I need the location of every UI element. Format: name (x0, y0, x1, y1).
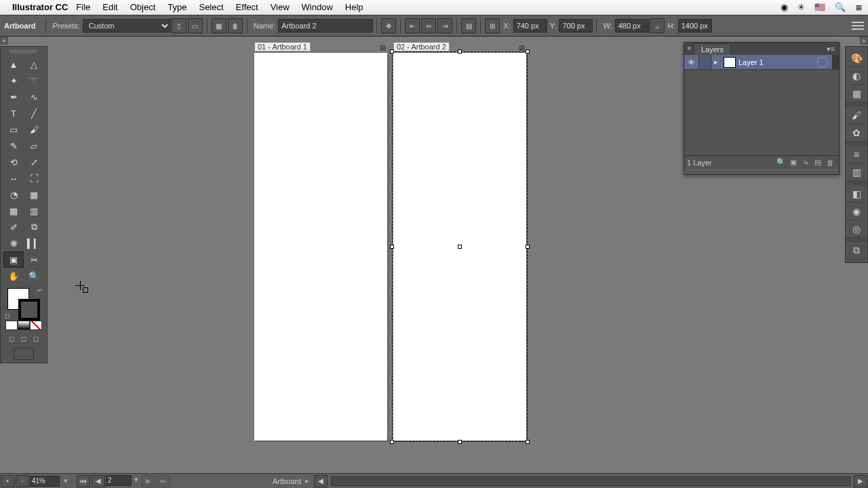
artboard-2-label[interactable]: 02 - Artboard 2 (393, 42, 450, 52)
artboard-1-close-icon[interactable]: ⊠ (380, 43, 386, 52)
artboard-name-input[interactable] (278, 19, 373, 33)
cc-icon[interactable]: ◉ (781, 2, 788, 12)
layer-selection-column[interactable] (832, 55, 839, 69)
horizontal-scrollbar[interactable] (331, 476, 850, 486)
appearance-panel-icon[interactable]: ◉ (847, 203, 866, 220)
control-panel-menu-icon[interactable] (852, 22, 864, 30)
fill-stroke-control[interactable]: ⤺ ◻ (5, 287, 43, 319)
menu-help[interactable]: Help (345, 2, 363, 12)
w-input[interactable] (615, 19, 649, 33)
gradient-panel-icon[interactable]: ▥ (847, 163, 866, 181)
zoom-tool[interactable]: 🔍 (24, 268, 44, 284)
flag-icon[interactable]: 🇺🇸 (814, 2, 825, 12)
eyedropper-tool[interactable]: ✐ (3, 219, 24, 235)
artboard-1-label[interactable]: 01 - Artboard 1 (254, 42, 311, 52)
line-tool[interactable]: ╱ (24, 105, 44, 121)
artboard-2-close-icon[interactable]: ⊠ (519, 43, 525, 52)
layers-tab[interactable]: Layers (694, 43, 731, 55)
next-artboard-button[interactable]: ▶ (142, 475, 155, 487)
blend-tool[interactable]: ⧉ (24, 219, 44, 235)
paintbrush-tool[interactable]: 🖌 (24, 121, 44, 138)
swap-fill-stroke-icon[interactable]: ⤺ (37, 287, 43, 294)
status-dropdown-icon[interactable]: ▸ (305, 476, 309, 485)
last-artboard-button[interactable]: ⏭ (157, 475, 170, 487)
new-layer-icon[interactable]: ▤ (812, 158, 824, 167)
stroke-color[interactable] (18, 299, 40, 321)
menu-view[interactable]: View (271, 2, 290, 12)
magic-wand-tool[interactable]: ✦ (3, 73, 24, 89)
align-right-button[interactable]: ⇥ (437, 18, 452, 33)
collapse-left-icon[interactable]: « (0, 37, 8, 45)
default-fill-stroke-icon[interactable]: ◻ (5, 312, 9, 319)
prev-artboard-button[interactable]: ◀ (92, 475, 105, 487)
zoom-input[interactable] (30, 476, 60, 487)
type-tool[interactable]: T (3, 105, 24, 121)
sync-icon[interactable]: ✳ (797, 2, 805, 12)
x-input[interactable] (513, 19, 547, 33)
artboard-options-button[interactable]: ▤ (461, 18, 476, 33)
menu-select[interactable]: Select (199, 2, 223, 12)
swatches-panel-icon[interactable]: ▦ (847, 85, 866, 102)
status-icon[interactable]: ▫ (16, 475, 29, 487)
orientation-portrait-button[interactable]: ▯ (172, 18, 186, 33)
curvature-tool[interactable]: ∿ (24, 89, 44, 105)
column-graph-tool[interactable]: ▍▎ (24, 235, 44, 251)
constrain-proportions-button[interactable]: ⏛ (650, 18, 665, 33)
first-artboard-button[interactable]: ⏮ (77, 475, 90, 487)
symbol-sprayer-tool[interactable]: ❋ (3, 235, 24, 251)
create-sublayer-icon[interactable]: ↳ (800, 158, 812, 167)
rectangle-tool[interactable]: ▭ (3, 121, 24, 138)
layer-name[interactable]: Layer 1 (738, 58, 817, 66)
selection-tool[interactable]: ▲ (3, 56, 24, 73)
artboard-1[interactable]: 01 - Artboard 1 ⊠ (254, 53, 387, 441)
color-mode-gradient[interactable] (18, 321, 30, 330)
h-input[interactable] (678, 19, 712, 33)
hand-tool[interactable]: ✋ (3, 268, 24, 284)
artboard-nav-dropdown-icon[interactable]: ▾ (134, 475, 138, 487)
color-panel-icon[interactable]: 🎨 (847, 49, 866, 67)
artboards-panel-icon[interactable]: ⧉ (847, 242, 866, 260)
color-mode-solid[interactable] (5, 321, 18, 330)
layer-visibility-icon[interactable]: 👁 (684, 55, 699, 69)
y-input[interactable] (559, 19, 593, 33)
artboard-2[interactable]: 02 - Artboard 2 ⊠ (393, 53, 526, 441)
menu-effect[interactable]: Effect (236, 2, 258, 12)
brushes-panel-icon[interactable]: 🖌 (847, 106, 866, 124)
make-clipping-mask-icon[interactable]: ▣ (787, 158, 800, 167)
orientation-landscape-button[interactable]: ▭ (188, 18, 203, 33)
delete-layer-icon[interactable]: 🗑 (824, 159, 836, 167)
menu-object[interactable]: Object (130, 2, 156, 12)
menu-list-icon[interactable]: ≣ (855, 2, 863, 12)
gradient-tool[interactable]: ▥ (24, 203, 44, 219)
color-mode-none[interactable] (30, 321, 42, 330)
draw-normal-icon[interactable]: ◻ (5, 333, 18, 344)
menu-file[interactable]: File (76, 2, 90, 12)
mesh-tool[interactable]: ▩ (3, 203, 24, 219)
menu-edit[interactable]: Edit (102, 2, 117, 12)
reference-point-icon[interactable]: ⊞ (485, 18, 500, 33)
zoom-dropdown-icon[interactable]: ▾ (64, 476, 68, 485)
perspective-tool[interactable]: ▦ (24, 186, 44, 203)
width-tool[interactable]: ↔ (3, 170, 24, 186)
draw-inside-icon[interactable]: ◻ (30, 333, 42, 344)
align-center-button[interactable]: ⇔ (421, 18, 436, 33)
menu-window[interactable]: Window (302, 2, 333, 12)
stroke-panel-icon[interactable]: ≡ (847, 146, 866, 163)
scale-tool[interactable]: ⤢ (24, 154, 44, 170)
layer-row[interactable]: 👁 ▸ Layer 1 (684, 55, 839, 70)
panel-resize-grip[interactable] (684, 169, 839, 174)
presets-select[interactable]: Custom (83, 19, 171, 33)
rotate-tool[interactable]: ⟲ (3, 154, 24, 170)
slice-tool[interactable]: ✂ (24, 251, 44, 268)
lasso-tool[interactable]: ➰ (24, 73, 44, 89)
screen-mode-button[interactable] (14, 348, 34, 360)
transparency-panel-icon[interactable]: ◧ (847, 185, 866, 203)
layers-panel-menu-icon[interactable]: ▾≡ (825, 43, 836, 55)
pencil-tool[interactable]: ✎ (3, 138, 24, 154)
layer-lock-column[interactable] (699, 55, 711, 69)
shape-builder-tool[interactable]: ◔ (3, 186, 24, 203)
scroll-left-button[interactable]: ◀ (314, 475, 328, 487)
direct-selection-tool[interactable]: △ (24, 56, 44, 73)
eraser-tool[interactable]: ▱ (24, 138, 44, 154)
symbols-panel-icon[interactable]: ✿ (847, 124, 866, 142)
